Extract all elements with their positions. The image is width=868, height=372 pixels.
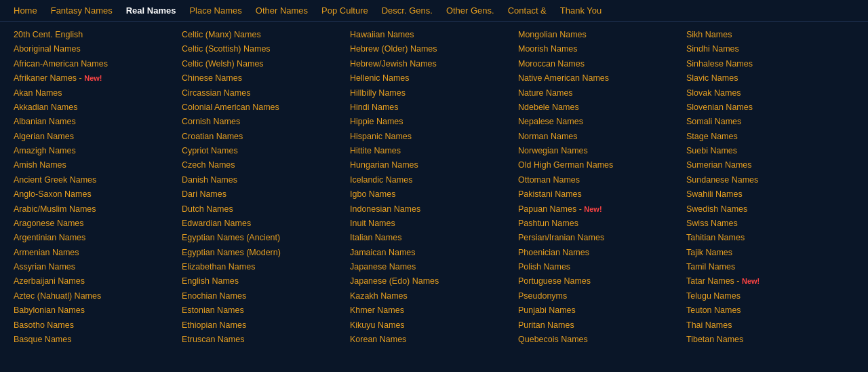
list-item[interactable]: English Names <box>182 275 350 288</box>
list-item[interactable]: Basque Names <box>14 333 182 346</box>
list-item[interactable]: Aztec (Nahuatl) Names <box>14 290 182 303</box>
list-item[interactable]: Celtic (Welsh) Names <box>182 58 350 71</box>
list-item[interactable]: Swiss Names <box>686 217 854 230</box>
nav-item-thank-you[interactable]: Thank You <box>560 5 601 16</box>
list-item[interactable]: Anglo-Saxon Names <box>14 188 182 201</box>
list-item[interactable]: Azerbaijani Names <box>14 275 182 288</box>
list-item[interactable]: Slovak Names <box>686 87 854 100</box>
list-item[interactable]: Portuguese Names <box>518 275 686 288</box>
nav-item-place-names[interactable]: Place Names <box>189 5 241 16</box>
list-item[interactable]: Pakistani Names <box>518 188 686 201</box>
list-item[interactable]: Khmer Names <box>350 304 518 317</box>
list-item[interactable]: Punjabi Names <box>518 304 686 317</box>
list-item[interactable]: Albanian Names <box>14 115 182 128</box>
list-item[interactable]: Suebi Names <box>686 145 854 157</box>
list-item[interactable]: Ancient Greek Names <box>14 174 182 187</box>
list-item[interactable]: Sindhi Names <box>686 43 854 56</box>
list-item[interactable]: Persian/Iranian Names <box>518 231 686 244</box>
list-item[interactable]: Kikuyu Names <box>350 319 518 332</box>
nav-item-descr.-gens.[interactable]: Descr. Gens. <box>382 5 433 16</box>
list-item[interactable]: Norman Names <box>518 130 686 143</box>
list-item[interactable]: Hungarian Names <box>350 159 518 172</box>
list-item[interactable]: Aboriginal Names <box>14 43 182 56</box>
list-item[interactable]: Korean Names <box>350 333 518 346</box>
list-item[interactable]: Colonial American Names <box>182 101 350 114</box>
list-item[interactable]: Celtic (Scottish) Names <box>182 43 350 56</box>
list-item[interactable]: Ethiopian Names <box>182 319 350 332</box>
list-item[interactable]: Hispanic Names <box>350 130 518 143</box>
list-item[interactable]: Edwardian Names <box>182 217 350 230</box>
list-item[interactable]: Swedish Names <box>686 203 854 216</box>
list-item[interactable]: Telugu Names <box>686 290 854 303</box>
list-item[interactable]: Ndebele Names <box>518 101 686 114</box>
list-item[interactable]: Native American Names <box>518 72 686 85</box>
list-item[interactable]: African-American Names <box>14 58 182 71</box>
list-item[interactable]: Icelandic Names <box>350 174 518 187</box>
list-item[interactable]: Moroccan Names <box>518 58 686 71</box>
list-item[interactable]: Pseudonyms <box>518 290 686 303</box>
list-item[interactable]: Egyptian Names (Ancient) <box>182 231 350 244</box>
list-item[interactable]: Slovenian Names <box>686 101 854 114</box>
list-item[interactable]: Czech Names <box>182 159 350 172</box>
list-item[interactable]: Phoenician Names <box>518 246 686 259</box>
list-item[interactable]: Hebrew (Older) Names <box>350 43 518 56</box>
list-item[interactable]: Italian Names <box>350 231 518 244</box>
list-item[interactable]: Puritan Names <box>518 319 686 332</box>
list-item[interactable]: Aragonese Names <box>14 217 182 230</box>
list-item[interactable]: Quebecois Names <box>518 333 686 346</box>
list-item[interactable]: Nepalese Names <box>518 115 686 128</box>
list-item[interactable]: Inuit Names <box>350 217 518 230</box>
nav-item-real-names[interactable]: Real Names <box>126 5 176 16</box>
list-item[interactable]: Akkadian Names <box>14 101 182 114</box>
list-item[interactable]: Etruscan Names <box>182 333 350 346</box>
list-item[interactable]: Thai Names <box>686 319 854 332</box>
list-item[interactable]: Amazigh Names <box>14 145 182 157</box>
list-item[interactable]: Teuton Names <box>686 304 854 317</box>
list-item[interactable]: Argentinian Names <box>14 231 182 244</box>
list-item[interactable]: Old High German Names <box>518 159 686 172</box>
list-item[interactable]: Hippie Names <box>350 115 518 128</box>
list-item[interactable]: Polish Names <box>518 261 686 274</box>
list-item[interactable]: Elizabethan Names <box>182 261 350 274</box>
list-item[interactable]: Hittite Names <box>350 145 518 157</box>
list-item[interactable]: Egyptian Names (Modern) <box>182 246 350 259</box>
list-item[interactable]: Tamil Names <box>686 261 854 274</box>
list-item[interactable]: Somali Names <box>686 115 854 128</box>
list-item[interactable]: Celtic (Manx) Names <box>182 29 350 41</box>
list-item[interactable]: Hellenic Names <box>350 72 518 85</box>
list-item[interactable]: Indonesian Names <box>350 203 518 216</box>
list-item[interactable]: Sikh Names <box>686 29 854 41</box>
nav-item-fantasy-names[interactable]: Fantasy Names <box>51 5 113 16</box>
list-item[interactable]: Japanese (Edo) Names <box>350 275 518 288</box>
list-item[interactable]: Assyrian Names <box>14 261 182 274</box>
list-item[interactable]: Ottoman Names <box>518 174 686 187</box>
list-item[interactable]: Danish Names <box>182 174 350 187</box>
list-item[interactable]: Amish Names <box>14 159 182 172</box>
list-item[interactable]: Basotho Names <box>14 319 182 332</box>
list-item[interactable]: Sumerian Names <box>686 159 854 172</box>
nav-item-home[interactable]: Home <box>14 5 37 16</box>
list-item[interactable]: Pashtun Names <box>518 217 686 230</box>
list-item[interactable]: Enochian Names <box>182 290 350 303</box>
list-item[interactable]: Akan Names <box>14 87 182 100</box>
list-item[interactable]: Tatar Names - New! <box>686 275 854 288</box>
nav-item-other-gens.[interactable]: Other Gens. <box>446 5 494 16</box>
list-item[interactable]: Tahitian Names <box>686 231 854 244</box>
list-item[interactable]: Swahili Names <box>686 188 854 201</box>
list-item[interactable]: Sundanese Names <box>686 174 854 187</box>
list-item[interactable]: Circassian Names <box>182 87 350 100</box>
list-item[interactable]: Kazakh Names <box>350 290 518 303</box>
list-item[interactable]: Dari Names <box>182 188 350 201</box>
list-item[interactable]: Croatian Names <box>182 130 350 143</box>
list-item[interactable]: Japanese Names <box>350 261 518 274</box>
list-item[interactable]: Estonian Names <box>182 304 350 317</box>
list-item[interactable]: Hillbilly Names <box>350 87 518 100</box>
nav-item-other-names[interactable]: Other Names <box>256 5 308 16</box>
list-item[interactable]: Papuan Names - New! <box>518 203 686 216</box>
list-item[interactable]: Igbo Names <box>350 188 518 201</box>
list-item[interactable]: Dutch Names <box>182 203 350 216</box>
list-item[interactable]: Armenian Names <box>14 246 182 259</box>
list-item[interactable]: Chinese Names <box>182 72 350 85</box>
list-item[interactable]: Stage Names <box>686 130 854 143</box>
list-item[interactable]: Slavic Names <box>686 72 854 85</box>
